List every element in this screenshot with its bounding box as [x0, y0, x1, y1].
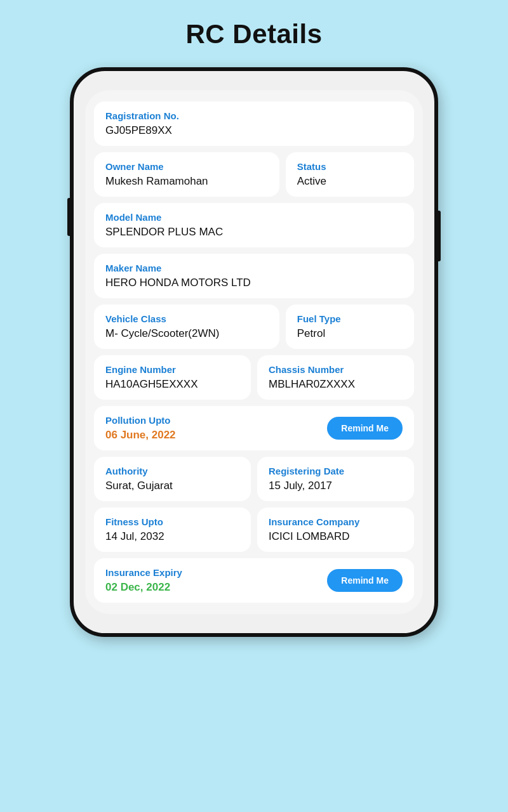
owner-label: Owner Name — [105, 161, 268, 172]
authority-card: Authority Surat, Gujarat — [94, 457, 251, 501]
page-title: RC Details — [185, 19, 322, 49]
engine-number-label: Engine Number — [105, 364, 239, 375]
owner-status-row: Owner Name Mukesh Ramamohan Status Activ… — [94, 152, 414, 197]
fitness-upto-card: Fitness Upto 14 Jul, 2032 — [94, 508, 251, 552]
registering-date-card: Registering Date 15 July, 2017 — [257, 457, 414, 501]
fuel-type-value: Petrol — [297, 327, 403, 340]
fuel-type-label: Fuel Type — [297, 313, 403, 324]
phone-inner: Ragistration No. GJ05PE89XX Owner Name M… — [85, 90, 423, 614]
engine-number-value: HA10AGH5EXXXX — [105, 378, 239, 391]
registration-card: Ragistration No. GJ05PE89XX — [94, 102, 414, 146]
pollution-value: 06 June, 2022 — [105, 429, 176, 442]
insurance-company-label: Insurance Company — [269, 516, 403, 527]
registration-label: Ragistration No. — [105, 110, 403, 121]
chassis-number-card: Chassis Number MBLHAR0ZXXXX — [257, 355, 414, 400]
status-card: Status Active — [286, 152, 414, 197]
model-card: Model Name SPLENDOR PLUS MAC — [94, 203, 414, 247]
fitness-upto-value: 14 Jul, 2032 — [105, 530, 239, 543]
vehicle-class-value: M- Cycle/Scooter(2WN) — [105, 327, 268, 340]
insurance-expiry-label: Insurance Expiry — [105, 567, 182, 578]
engine-chassis-row: Engine Number HA10AGH5EXXXX Chassis Numb… — [94, 355, 414, 400]
chassis-number-label: Chassis Number — [269, 364, 403, 375]
insurance-company-card: Insurance Company ICICI LOMBARD — [257, 508, 414, 552]
pollution-label: Pollution Upto — [105, 415, 176, 426]
status-label: Status — [297, 161, 403, 172]
authority-date-row: Authority Surat, Gujarat Registering Dat… — [94, 457, 414, 501]
insurance-expiry-value: 02 Dec, 2022 — [105, 581, 182, 594]
phone-frame: Ragistration No. GJ05PE89XX Owner Name M… — [70, 67, 438, 637]
authority-value: Surat, Gujarat — [105, 480, 239, 492]
chassis-number-value: MBLHAR0ZXXXX — [269, 378, 403, 391]
maker-label: Maker Name — [105, 263, 403, 273]
model-label: Model Name — [105, 212, 403, 223]
engine-number-card: Engine Number HA10AGH5EXXXX — [94, 355, 251, 400]
maker-card: Maker Name HERO HONDA MOTORS LTD — [94, 254, 414, 298]
insurance-company-value: ICICI LOMBARD — [269, 530, 403, 543]
pollution-field-group: Pollution Upto 06 June, 2022 — [105, 415, 176, 442]
pollution-card: Pollution Upto 06 June, 2022 Remind Me — [94, 406, 414, 450]
fitness-upto-label: Fitness Upto — [105, 516, 239, 527]
fuel-type-card: Fuel Type Petrol — [286, 304, 414, 349]
registering-date-label: Registering Date — [269, 466, 403, 476]
model-value: SPLENDOR PLUS MAC — [105, 226, 403, 239]
registration-value: GJ05PE89XX — [105, 124, 403, 137]
owner-card: Owner Name Mukesh Ramamohan — [94, 152, 279, 197]
status-value: Active — [297, 175, 403, 188]
authority-label: Authority — [105, 466, 239, 476]
insurance-remind-button[interactable]: Remind Me — [327, 569, 403, 592]
owner-value: Mukesh Ramamohan — [105, 175, 268, 188]
fitness-insurance-row: Fitness Upto 14 Jul, 2032 Insurance Comp… — [94, 508, 414, 552]
insurance-expiry-field-group: Insurance Expiry 02 Dec, 2022 — [105, 567, 182, 594]
maker-value: HERO HONDA MOTORS LTD — [105, 277, 403, 289]
vehicle-fuel-row: Vehicle Class M- Cycle/Scooter(2WN) Fuel… — [94, 304, 414, 349]
insurance-expiry-card: Insurance Expiry 02 Dec, 2022 Remind Me — [94, 558, 414, 603]
pollution-remind-button[interactable]: Remind Me — [327, 417, 403, 440]
registering-date-value: 15 July, 2017 — [269, 480, 403, 492]
vehicle-class-label: Vehicle Class — [105, 313, 268, 324]
vehicle-class-card: Vehicle Class M- Cycle/Scooter(2WN) — [94, 304, 279, 349]
